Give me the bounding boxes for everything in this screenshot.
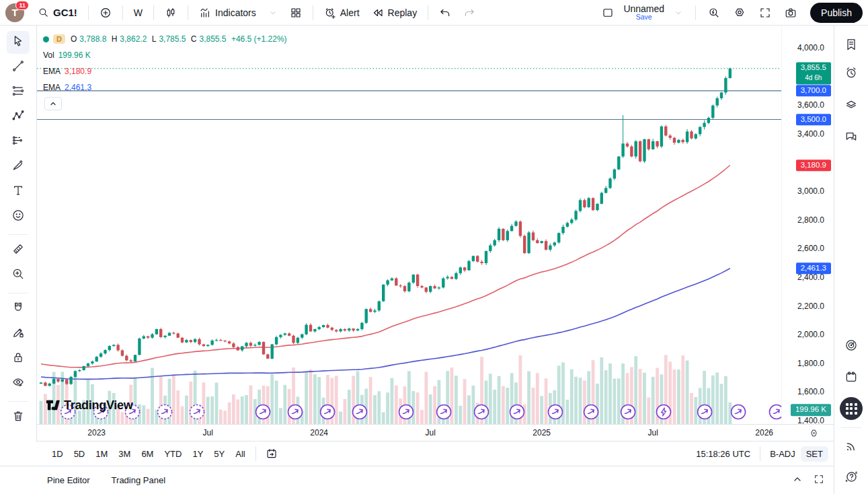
sidebar-object-tree-button[interactable] [840, 94, 863, 117]
pine-editor-tab[interactable]: Pine Editor [47, 475, 90, 485]
ruler-tool[interactable] [7, 239, 30, 262]
sidebar-apps-button[interactable] [840, 397, 863, 420]
rollover-marker-icon[interactable] [190, 405, 204, 419]
time-axis[interactable]: 2023Jul2024Jul2025Jul2026 [37, 424, 834, 442]
quick-search-button[interactable] [703, 4, 725, 22]
rollover-marker-icon[interactable] [770, 405, 782, 419]
go-to-date-button[interactable] [260, 445, 283, 462]
sidebar-watchlist-button[interactable] [840, 34, 863, 57]
remove-drawings-icon [11, 409, 25, 425]
alert-button[interactable]: Alert [319, 4, 365, 22]
clock-utc[interactable]: 15:18:26 UTC [696, 449, 750, 459]
range-6m-button[interactable]: 6M [136, 446, 158, 462]
sidebar-chat-button[interactable] [840, 127, 863, 149]
price-axis[interactable]: 4,000.03,600.03,400.03,000.02,800.02,600… [781, 26, 834, 424]
draw-mode-tool[interactable] [7, 322, 30, 345]
chart-type-button[interactable] [159, 4, 182, 22]
chart-settings-button[interactable] [728, 4, 751, 22]
rollover-marker-icon[interactable] [437, 405, 451, 419]
price-tick: 1,800.0 [797, 359, 824, 368]
rollover-marker-icon[interactable] [698, 405, 712, 419]
bottom-toolbar: 1D5D1M3M6MYTD1Y5YAll 15:18:26 UTC B-ADJ … [0, 442, 834, 466]
layout-save-control[interactable]: Unnamed Save [622, 3, 666, 22]
legend-ema2-row[interactable]: EMA 2,461.3 [43, 82, 290, 93]
range-all-button[interactable]: All [231, 446, 249, 462]
trend-line-tool[interactable] [7, 56, 30, 79]
brush-tool[interactable] [7, 155, 30, 178]
publish-button[interactable]: Publish [810, 3, 863, 23]
rollover-marker-icon[interactable] [399, 405, 413, 419]
xabcd-pattern-icon [11, 109, 25, 125]
expand-panel-button[interactable] [792, 474, 803, 487]
text-tool-tool[interactable] [7, 180, 30, 203]
fullscreen-button[interactable] [754, 4, 777, 22]
range-ytd-button[interactable]: YTD [159, 446, 186, 462]
volume-label: Vol [43, 50, 54, 60]
remove-drawings-tool[interactable] [7, 406, 30, 429]
sidebar-news-flow-button[interactable] [840, 436, 863, 459]
rollover-marker-icon[interactable] [256, 405, 270, 419]
magnet-tool[interactable] [7, 297, 30, 320]
sidebar-help-button[interactable] [840, 466, 863, 489]
rollover-marker-icon[interactable] [321, 405, 335, 419]
xabcd-pattern-tool[interactable] [7, 106, 30, 129]
axis-settings-icon[interactable] [809, 428, 819, 440]
range-1y-button[interactable]: 1Y [188, 446, 208, 462]
range-5y-button[interactable]: 5Y [209, 446, 229, 462]
zoom-in-tool[interactable] [7, 264, 30, 287]
lightning-marker-icon[interactable] [657, 405, 671, 419]
redo-button[interactable] [458, 4, 481, 22]
hide-drawings-tool[interactable] [7, 372, 30, 395]
top-toolbar-left: T 11 GC1! W Indicators [5, 3, 596, 22]
trading-panel-tab[interactable]: Trading Panel [112, 475, 165, 485]
cursor-tool[interactable] [7, 31, 30, 54]
compare-add-button[interactable] [94, 4, 117, 22]
emoji-icon [11, 209, 25, 225]
rollover-marker-icon[interactable] [475, 405, 489, 419]
range-1m-button[interactable]: 1M [91, 446, 112, 462]
legend-collapse-button[interactable] [44, 97, 62, 110]
calendar-icon [844, 370, 858, 386]
range-5d-button[interactable]: 5D [69, 446, 90, 462]
legend-volume-row[interactable]: Vol 199.96 K [43, 50, 290, 61]
replay-button[interactable]: Replay [366, 4, 423, 22]
layout-menu-chevron[interactable] [668, 5, 688, 20]
rollover-marker-icon[interactable] [732, 405, 746, 419]
rollover-marker-icon[interactable] [288, 405, 303, 419]
user-avatar[interactable]: T 11 [5, 3, 24, 22]
trend-line-icon [11, 59, 25, 75]
indicators-templates-chevron[interactable] [263, 5, 283, 20]
range-3m-button[interactable]: 3M [114, 446, 135, 462]
legend-ema1-row[interactable]: EMA 3,180.9 [43, 66, 290, 77]
save-link[interactable]: Save [636, 13, 652, 21]
rollover-marker-icon[interactable] [510, 405, 524, 419]
top-toolbar: T 11 GC1! W Indicators [0, 0, 868, 26]
layout-select-button[interactable] [596, 4, 619, 22]
sidebar-calendar-button[interactable] [840, 367, 863, 390]
right-sidebar [834, 26, 868, 494]
undo-button[interactable] [434, 4, 457, 22]
symbol-search-button[interactable]: GC1! [32, 4, 83, 21]
range-1d-button[interactable]: 1D [47, 446, 68, 462]
rollover-marker-icon[interactable] [584, 405, 598, 419]
indicator-templates-button[interactable] [284, 4, 307, 22]
legend-ohlc-row[interactable]: D O3,788.8 H3,862.2 L3,785.5 C3,855.5 +4… [43, 34, 290, 44]
rollover-marker-icon[interactable] [621, 405, 635, 419]
chart-region: D O3,788.8 H3,862.2 L3,785.5 C3,855.5 +4… [37, 26, 834, 424]
maximize-panel-button[interactable] [814, 474, 824, 487]
emoji-tool[interactable] [7, 205, 30, 228]
rollover-marker-icon[interactable] [353, 405, 367, 419]
settlement-button[interactable]: SET [801, 446, 828, 462]
ema-line[interactable] [41, 269, 730, 380]
sidebar-screener-button[interactable] [840, 335, 863, 358]
sidebar-alerts-button[interactable] [840, 63, 863, 85]
rollover-marker-icon[interactable] [549, 405, 563, 419]
snapshot-button[interactable] [779, 4, 802, 22]
forecast-tool[interactable] [7, 131, 30, 153]
fib-retracement-tool[interactable] [7, 81, 30, 104]
timeframe-button[interactable]: W [128, 5, 148, 21]
adjust-data-button[interactable]: B-ADJ [770, 449, 795, 459]
rollover-marker-icon[interactable] [158, 405, 172, 419]
lock-all-tool[interactable] [7, 347, 30, 370]
indicators-button[interactable]: Indicators [194, 4, 262, 22]
